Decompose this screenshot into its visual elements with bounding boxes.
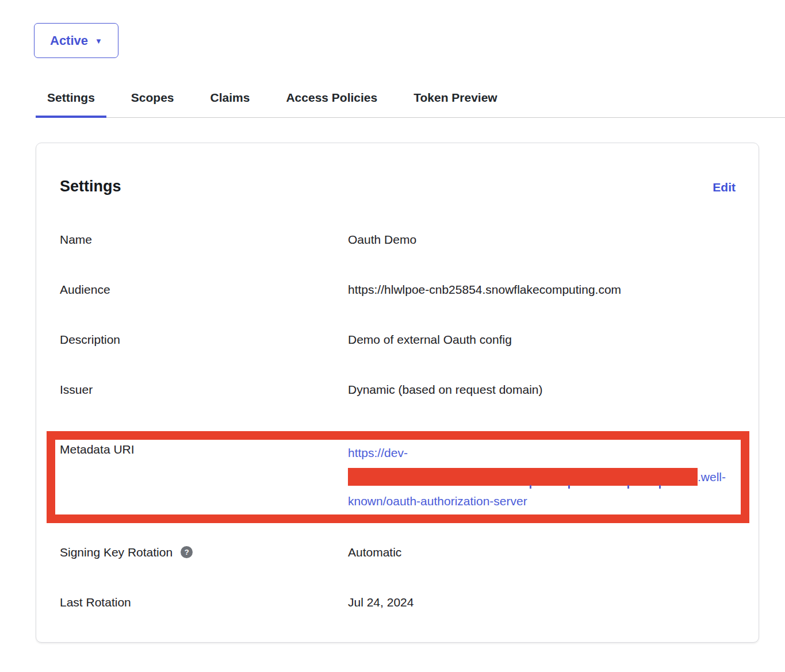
- field-label: Metadata URI: [60, 441, 348, 513]
- field-row-last-rotation: Last Rotation Jul 24, 2024: [60, 594, 736, 611]
- metadata-uri-link-line3[interactable]: known/oauth-authorization-server: [348, 494, 527, 508]
- settings-fields: Name Oauth Demo Audience https://hlwlpoe…: [60, 231, 736, 611]
- field-value: https://hlwlpoe-cnb25854.snowflakecomput…: [348, 281, 736, 298]
- metadata-uri-link-line1[interactable]: https://dev-: [348, 446, 408, 459]
- metadata-uri-link-line2-suffix[interactable]: .well-: [698, 470, 726, 483]
- status-dropdown-label: Active: [50, 33, 88, 48]
- metadata-uri-highlight-box: Metadata URI https://dev- .well- known/o…: [47, 431, 749, 523]
- field-label: Audience: [60, 281, 348, 298]
- redaction-bar: [348, 468, 698, 486]
- help-icon[interactable]: ?: [181, 546, 193, 558]
- field-label: Issuer: [60, 381, 348, 398]
- metadata-uri-link: https://dev- .well- known/oauth-authoriz…: [348, 441, 741, 513]
- tab-bar: Settings Scopes Claims Access Policies T…: [36, 91, 785, 118]
- field-row-audience: Audience https://hlwlpoe-cnb25854.snowfl…: [60, 281, 736, 298]
- field-row-signing-key-rotation: Signing Key Rotation ? Automatic: [60, 544, 736, 561]
- field-value: Demo of external Oauth config: [348, 331, 736, 348]
- chevron-down-icon: ▼: [95, 37, 102, 45]
- field-row-description: Description Demo of external Oauth confi…: [60, 331, 736, 348]
- field-label: Last Rotation: [60, 594, 348, 611]
- edit-button[interactable]: Edit: [713, 181, 736, 194]
- field-value: Oauth Demo: [348, 231, 736, 248]
- tab-scopes[interactable]: Scopes: [120, 91, 186, 118]
- card-title: Settings: [60, 178, 121, 195]
- tab-access-policies[interactable]: Access Policies: [274, 91, 389, 118]
- status-dropdown-button[interactable]: Active ▼: [34, 23, 118, 58]
- field-row-metadata-uri: Metadata URI https://dev- .well- known/o…: [60, 441, 741, 513]
- field-label: Name: [60, 231, 348, 248]
- tab-token-preview[interactable]: Token Preview: [402, 91, 509, 118]
- field-label: Description: [60, 331, 348, 348]
- field-row-issuer: Issuer Dynamic (based on request domain): [60, 381, 736, 398]
- tab-claims[interactable]: Claims: [199, 91, 262, 118]
- field-row-name: Name Oauth Demo: [60, 231, 736, 248]
- field-value: Automatic: [348, 544, 736, 561]
- settings-card: Settings Edit Name Oauth Demo Audience h…: [36, 143, 759, 643]
- field-value: Dynamic (based on request domain): [348, 381, 736, 398]
- tab-settings[interactable]: Settings: [36, 91, 106, 118]
- field-value: Jul 24, 2024: [348, 594, 736, 611]
- field-label: Signing Key Rotation: [60, 544, 173, 561]
- card-header: Settings Edit: [60, 178, 736, 195]
